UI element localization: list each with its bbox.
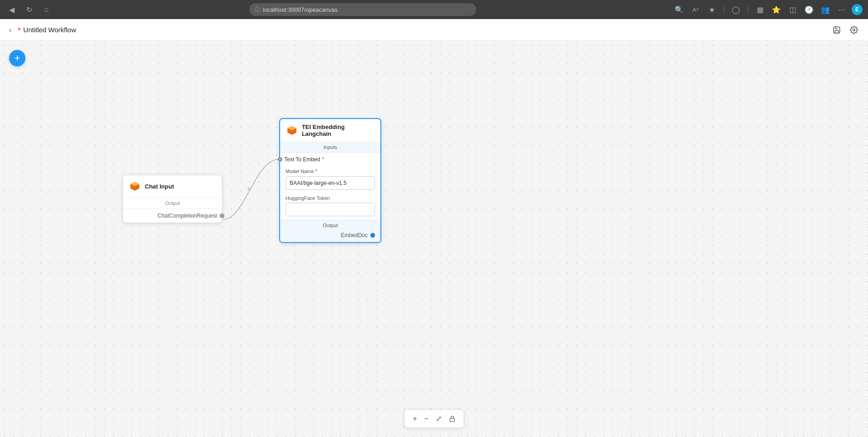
browser-aa-btn[interactable]: Aᵃ [689,3,702,16]
unsaved-indicator: * [18,26,20,34]
browser-reload-btn[interactable]: ↻ [23,3,35,16]
text-to-embed-port[interactable] [278,157,282,162]
tei-output-section: Output EmbedDoc [280,220,380,242]
svg-rect-0 [833,27,840,33]
text-to-embed-row: Text To Embed * [280,153,380,166]
tei-inputs-label: Inputs [280,142,380,153]
svg-rect-1 [835,30,838,33]
header-right [830,23,861,37]
header-left: ‹ * Untitled Workflow [7,24,830,36]
workflow-title: * Untitled Workflow [18,26,76,34]
svg-point-2 [853,29,855,31]
zoom-in-btn[interactable]: + [410,413,419,425]
chat-completion-label: ChatCompletionRequest [158,213,217,219]
settings-button[interactable] [847,23,861,37]
chat-input-icon [128,180,141,193]
lock-btn[interactable] [446,414,458,424]
model-name-label: Model Name [286,169,314,174]
browser-history-btn[interactable]: 🕐 [803,3,815,16]
embed-doc-label: EmbedDoc [341,232,368,238]
embed-doc-row: EmbedDoc [280,230,380,242]
chat-input-output-row: ChatCompletionRequest [123,209,222,223]
browser-chrome: ◀ ↻ ⌂ ⓘ localhost:30007/opeacanvas 🔍 Aᵃ … [0,0,868,19]
browser-bookmark-btn[interactable]: ★ [705,3,718,16]
hf-token-label-row: HuggingFace Token [286,195,375,201]
browser-screen-btn[interactable]: ◫ [786,3,799,16]
browser-actions: 🔍 Aᵃ ★ ◯ ▦ ⭐ ◫ 🕐 👥 ⋯ E [673,3,863,16]
hf-token-label: HuggingFace Token [286,195,330,201]
browser-home-btn[interactable]: ⌂ [40,3,53,16]
chat-input-title: Chat Input [145,183,174,190]
chat-input-output-label: Output [123,198,222,209]
chat-completion-port[interactable] [220,214,224,218]
browser-star-btn[interactable]: ⭐ [770,3,783,16]
fit-btn[interactable]: ⤢ [433,412,444,425]
info-icon: ⓘ [255,6,260,14]
model-name-required: * [315,168,317,174]
browser-back-btn[interactable]: ◀ [5,3,18,16]
tei-output-label: Output [280,220,380,230]
browser-profiles-btn[interactable]: 👥 [819,3,832,16]
tei-embedding-node: TEI Embedding Langchain Inputs Text To E… [279,118,381,243]
divider2 [748,5,748,14]
svg-text:×: × [247,186,250,192]
browser-more-btn[interactable]: ⋯ [835,3,848,16]
embed-doc-port[interactable] [370,233,375,238]
model-name-label-row: Model Name * [286,168,375,174]
browser-search-btn[interactable]: 🔍 [673,3,686,16]
chat-input-node: Chat Input Output ChatCompletionRequest [123,175,222,223]
zoom-out-btn[interactable]: − [422,413,431,425]
app-header: ‹ * Untitled Workflow [0,19,868,41]
back-button[interactable]: ‹ [7,24,13,36]
svg-rect-12 [450,418,455,421]
title-text: Untitled Workflow [23,26,76,34]
tei-icon [286,124,298,137]
tei-header: TEI Embedding Langchain [280,119,380,142]
browser-extensions-btn[interactable]: ◯ [730,3,742,16]
hf-token-input[interactable] [286,203,375,216]
browser-sidebar-btn[interactable]: ▦ [754,3,766,16]
model-name-input[interactable] [286,176,375,190]
text-to-embed-required: * [322,156,324,163]
address-bar[interactable]: ⓘ localhost:30007/opeacanvas [249,3,476,16]
model-name-group: Model Name * [280,166,380,194]
connection-svg: × [0,41,868,437]
url-text: localhost:30007/opeacanvas [263,6,338,13]
chat-input-header: Chat Input [123,175,222,198]
tei-title: TEI Embedding Langchain [302,124,375,137]
divider1 [724,5,724,14]
canvas[interactable]: + × Chat Input Output ChatCompletionRequ… [0,41,868,437]
save-button[interactable] [830,23,843,37]
browser-profile-avatar[interactable]: E [852,4,863,15]
add-node-button[interactable]: + [9,50,25,66]
canvas-toolbar: + − ⤢ [404,409,464,428]
hf-token-group: HuggingFace Token [280,194,380,220]
text-to-embed-label: Text To Embed [284,156,320,163]
